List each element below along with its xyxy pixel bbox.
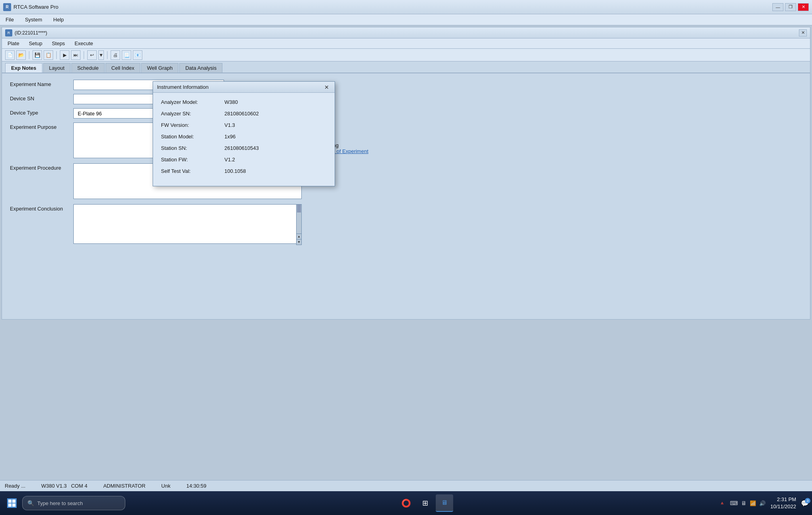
sub-window: R (ID:221011****) ✕ Plate Setup Steps Ex… xyxy=(2,27,810,320)
start-button[interactable] xyxy=(3,494,21,512)
dialog-label-analyzer-model: Analyzer Model: xyxy=(161,99,224,105)
experiment-conclusion-textarea[interactable] xyxy=(73,204,302,244)
menu-file[interactable]: File xyxy=(3,16,16,23)
dialog-row-fw-version: FW Version: V1.3 xyxy=(161,122,327,128)
dialog-value-analyzer-sn: 281080610602 xyxy=(224,111,259,117)
toolbar-separator-2 xyxy=(56,51,57,59)
status-ready: Ready ... xyxy=(5,483,25,489)
clock-time: 2:31 PM xyxy=(770,496,796,503)
close-button[interactable]: ✕ xyxy=(798,3,809,11)
device-type-label: Device Type xyxy=(10,108,73,116)
dialog-value-station-sn: 261080610543 xyxy=(224,145,259,151)
toolbar-open[interactable]: 📂 xyxy=(16,50,26,60)
dialog-row-self-test-val: Self Test Val: 100.1058 xyxy=(161,168,327,174)
sub-close-button[interactable]: ✕ xyxy=(799,29,807,36)
toolbar-print[interactable]: 🖨 xyxy=(111,50,120,60)
toolbar-play[interactable]: ▶ xyxy=(60,50,69,60)
status-analyzer: W380 V1.3 COM 4 xyxy=(41,483,87,489)
toolbar-skip[interactable]: ⏭ xyxy=(71,50,80,60)
tray-icon-display: 🖥 xyxy=(741,500,747,506)
dialog-label-analyzer-sn: Analyzer SN: xyxy=(161,111,224,117)
toolbar-separator-4 xyxy=(107,51,107,59)
dialog-label-fw-version: FW Version: xyxy=(161,122,224,128)
restore-button[interactable]: ❐ xyxy=(785,3,796,11)
notification-button[interactable]: 💬 3 xyxy=(801,500,809,507)
system-tray-icons: ⌨ 🖥 📶 🔊 xyxy=(730,500,766,506)
notification-badge: 3 xyxy=(805,498,810,504)
experiment-conclusion-wrapper: ▲ ▼ xyxy=(73,204,302,245)
toolbar-separator-3 xyxy=(84,51,84,59)
menu-bar: File System Help xyxy=(0,14,812,25)
experiment-purpose-row: Experiment Purpose Supporting formation … xyxy=(10,123,802,159)
dialog-value-station-fw: V1.2 xyxy=(224,157,235,163)
tab-cell-index[interactable]: Cell Index xyxy=(105,63,140,73)
content-area: Experiment Name Device SN Device Type E-… xyxy=(2,73,810,319)
sub-menu-steps[interactable]: Steps xyxy=(50,40,67,47)
sub-window-title: (ID:221011****) xyxy=(15,30,799,36)
status-unk: Unk xyxy=(161,483,170,489)
toolbar-doc[interactable]: 📃 xyxy=(122,50,131,60)
device-sn-label: Device SN xyxy=(10,94,73,101)
taskbar-app-rtca[interactable]: 🖥 xyxy=(436,494,453,512)
app-icon: R xyxy=(3,3,11,11)
taskbar: 🔍 Type here to search ⭕ ⊞ 🖥 🔺 ⌨ 🖥 📶 🔊 2:… xyxy=(0,491,812,515)
toolbar-email[interactable]: 📧 xyxy=(133,50,142,60)
toolbar-undo[interactable]: ↩ xyxy=(87,50,97,60)
experiment-procedure-label: Experiment Procedure xyxy=(10,163,73,171)
dialog-value-analyzer-model: W380 xyxy=(224,99,238,105)
status-bar: Ready ... W380 V1.3 COM 4 ADMINISTRATOR … xyxy=(0,480,812,491)
device-type-row: Device Type E-Plate 96 xyxy=(10,108,802,119)
tab-exp-notes[interactable]: Exp Notes xyxy=(5,63,42,73)
dialog-close-button[interactable]: ✕ xyxy=(323,84,331,91)
tab-well-graph[interactable]: Well Graph xyxy=(141,63,179,73)
minimize-button[interactable]: — xyxy=(772,3,783,11)
scroll-indicator: ▲ ▼ xyxy=(296,204,302,245)
menu-help[interactable]: Help xyxy=(51,16,66,23)
dialog-label-station-sn: Station SN: xyxy=(161,145,224,151)
title-bar: R RTCA Software Pro — ❐ ✕ xyxy=(0,0,812,14)
sub-menu-bar: Plate Setup Steps Execute xyxy=(2,38,810,49)
sub-window-icon: R xyxy=(5,29,12,36)
status-user: ADMINISTRATOR xyxy=(103,483,145,489)
search-placeholder: Type here to search xyxy=(37,500,83,506)
menu-system[interactable]: System xyxy=(23,16,44,23)
scroll-arrow-down[interactable]: ▼ xyxy=(297,239,301,245)
status-time: 14:30:59 xyxy=(186,483,207,489)
taskbar-clock[interactable]: 2:31 PM 10/11/2022 xyxy=(770,496,796,510)
experiment-conclusion-row: Experiment Conclusion ▲ ▼ xyxy=(10,204,802,245)
tray-icon-keyboard: ⌨ xyxy=(730,500,738,506)
taskbar-search[interactable]: 🔍 Type here to search xyxy=(22,496,125,510)
dialog-title: Instrument Information xyxy=(157,84,323,90)
sub-menu-setup[interactable]: Setup xyxy=(27,40,45,47)
taskbar-app-taskview[interactable]: ⊞ xyxy=(417,494,434,512)
tab-bar: Exp Notes Layout Schedule Cell Index Wel… xyxy=(2,61,810,73)
tab-layout[interactable]: Layout xyxy=(43,63,71,73)
toolbar-dropdown[interactable]: ▼ xyxy=(98,50,104,60)
toolbar-save[interactable]: 💾 xyxy=(33,50,42,60)
taskbar-app-cortana[interactable]: ⭕ xyxy=(398,494,415,512)
dialog-value-station-model: 1x96 xyxy=(224,134,236,140)
experiment-purpose-label: Experiment Purpose xyxy=(10,123,73,130)
tray-icon-volume[interactable]: 🔊 xyxy=(759,500,766,506)
show-hidden-icons[interactable]: 🔺 xyxy=(719,500,725,506)
toolbar-saveas[interactable]: 📋 xyxy=(44,50,53,60)
scroll-arrow-up[interactable]: ▲ xyxy=(297,234,301,239)
toolbar-new[interactable]: 📄 xyxy=(5,50,15,60)
tab-data-analysis[interactable]: Data Analysis xyxy=(179,63,222,73)
dialog-content: Analyzer Model: W380 Analyzer SN: 281080… xyxy=(153,93,335,186)
sub-menu-plate[interactable]: Plate xyxy=(5,40,22,47)
clock-date: 10/11/2022 xyxy=(770,503,796,510)
dialog-row-station-fw: Station FW: V1.2 xyxy=(161,157,327,163)
app-title: RTCA Software Pro xyxy=(13,4,772,10)
dialog-title-bar: Instrument Information ✕ xyxy=(153,82,335,93)
taskbar-apps: ⭕ ⊞ 🖥 xyxy=(132,494,719,512)
tab-schedule[interactable]: Schedule xyxy=(71,63,105,73)
dialog-row-station-sn: Station SN: 261080610543 xyxy=(161,145,327,151)
windows-icon xyxy=(7,498,17,508)
sub-menu-execute[interactable]: Execute xyxy=(72,40,96,47)
experiment-name-row: Experiment Name xyxy=(10,80,802,90)
experiment-procedure-row: Experiment Procedure xyxy=(10,163,802,200)
device-sn-row: Device SN xyxy=(10,94,802,104)
dialog-value-self-test-val: 100.1058 xyxy=(224,168,246,174)
dialog-row-station-model: Station Model: 1x96 xyxy=(161,134,327,140)
